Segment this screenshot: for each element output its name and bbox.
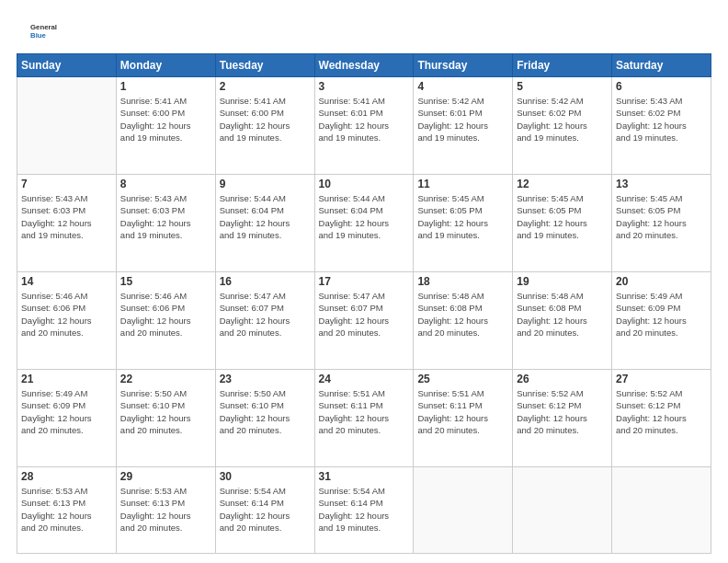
calendar-cell: 13Sunrise: 5:45 AM Sunset: 6:05 PM Dayli… (612, 175, 711, 272)
day-info: Sunrise: 5:48 AM Sunset: 6:08 PM Dayligh… (517, 290, 608, 339)
calendar-cell: 29Sunrise: 5:53 AM Sunset: 6:13 PM Dayli… (116, 467, 215, 554)
calendar-cell: 15Sunrise: 5:46 AM Sunset: 6:06 PM Dayli… (116, 272, 215, 370)
day-number: 19 (517, 275, 608, 288)
calendar-cell: 24Sunrise: 5:51 AM Sunset: 6:11 PM Dayli… (314, 370, 414, 467)
week-row-2: 14Sunrise: 5:46 AM Sunset: 6:06 PM Dayli… (17, 272, 711, 370)
day-info: Sunrise: 5:41 AM Sunset: 6:00 PM Dayligh… (220, 95, 311, 144)
calendar-cell: 20Sunrise: 5:49 AM Sunset: 6:09 PM Dayli… (612, 272, 711, 370)
calendar-cell: 2Sunrise: 5:41 AM Sunset: 6:00 PM Daylig… (215, 77, 314, 175)
day-info: Sunrise: 5:52 AM Sunset: 6:12 PM Dayligh… (517, 387, 608, 436)
calendar-cell: 25Sunrise: 5:51 AM Sunset: 6:11 PM Dayli… (414, 370, 513, 467)
day-info: Sunrise: 5:52 AM Sunset: 6:12 PM Dayligh… (616, 387, 707, 436)
day-number: 13 (616, 178, 707, 190)
day-info: Sunrise: 5:45 AM Sunset: 6:05 PM Dayligh… (517, 192, 608, 241)
calendar-cell: 19Sunrise: 5:48 AM Sunset: 6:08 PM Dayli… (513, 272, 612, 370)
day-number: 30 (220, 470, 311, 483)
weekday-header-friday: Friday (513, 54, 612, 77)
day-number: 10 (319, 178, 410, 190)
weekday-header-saturday: Saturday (612, 54, 711, 77)
calendar-cell: 18Sunrise: 5:48 AM Sunset: 6:08 PM Dayli… (414, 272, 513, 370)
weekday-header-monday: Monday (116, 54, 215, 77)
day-info: Sunrise: 5:42 AM Sunset: 6:01 PM Dayligh… (417, 95, 508, 144)
day-number: 12 (517, 178, 608, 190)
day-number: 7 (21, 178, 112, 190)
day-info: Sunrise: 5:49 AM Sunset: 6:09 PM Dayligh… (616, 290, 707, 339)
day-number: 25 (417, 373, 508, 385)
calendar-cell: 5Sunrise: 5:42 AM Sunset: 6:02 PM Daylig… (513, 77, 612, 175)
week-row-3: 21Sunrise: 5:49 AM Sunset: 6:09 PM Dayli… (17, 370, 711, 467)
svg-text:Blue: Blue (30, 31, 47, 40)
calendar-cell: 8Sunrise: 5:43 AM Sunset: 6:03 PM Daylig… (116, 175, 215, 272)
day-info: Sunrise: 5:49 AM Sunset: 6:09 PM Dayligh… (21, 387, 112, 436)
calendar-cell (513, 467, 612, 554)
day-info: Sunrise: 5:45 AM Sunset: 6:05 PM Dayligh… (616, 192, 707, 241)
calendar-body: 1Sunrise: 5:41 AM Sunset: 6:00 PM Daylig… (17, 77, 711, 554)
calendar-cell (612, 467, 711, 554)
calendar-cell: 6Sunrise: 5:43 AM Sunset: 6:02 PM Daylig… (612, 77, 711, 175)
header: General Blue (17, 17, 711, 44)
day-info: Sunrise: 5:44 AM Sunset: 6:04 PM Dayligh… (220, 192, 311, 241)
calendar-cell: 10Sunrise: 5:44 AM Sunset: 6:04 PM Dayli… (314, 175, 414, 272)
logo: General Blue (17, 17, 72, 44)
calendar-cell: 31Sunrise: 5:54 AM Sunset: 6:14 PM Dayli… (314, 467, 414, 554)
day-number: 24 (319, 373, 410, 385)
day-info: Sunrise: 5:42 AM Sunset: 6:02 PM Dayligh… (517, 95, 608, 144)
day-info: Sunrise: 5:51 AM Sunset: 6:11 PM Dayligh… (417, 387, 508, 436)
day-number: 23 (220, 373, 311, 385)
day-number: 22 (120, 373, 211, 385)
calendar-cell: 26Sunrise: 5:52 AM Sunset: 6:12 PM Dayli… (513, 370, 612, 467)
day-number: 9 (220, 178, 311, 190)
day-info: Sunrise: 5:50 AM Sunset: 6:10 PM Dayligh… (220, 387, 311, 436)
day-info: Sunrise: 5:41 AM Sunset: 6:01 PM Dayligh… (319, 95, 410, 144)
calendar-cell: 11Sunrise: 5:45 AM Sunset: 6:05 PM Dayli… (414, 175, 513, 272)
calendar-cell (414, 467, 513, 554)
logo-icon: General Blue (17, 17, 72, 44)
week-row-4: 28Sunrise: 5:53 AM Sunset: 6:13 PM Dayli… (17, 467, 711, 554)
day-info: Sunrise: 5:53 AM Sunset: 6:13 PM Dayligh… (21, 485, 112, 534)
day-number: 15 (120, 275, 211, 288)
page: General Blue SundayMondayTuesdayWednesda… (0, 0, 728, 563)
day-number: 18 (417, 275, 508, 288)
day-number: 20 (616, 275, 707, 288)
day-number: 5 (517, 80, 608, 93)
weekday-header-wednesday: Wednesday (314, 54, 414, 77)
day-number: 29 (120, 470, 211, 483)
day-info: Sunrise: 5:54 AM Sunset: 6:14 PM Dayligh… (319, 485, 410, 534)
day-number: 2 (220, 80, 311, 93)
day-number: 17 (319, 275, 410, 288)
day-number: 21 (21, 373, 112, 385)
day-info: Sunrise: 5:46 AM Sunset: 6:06 PM Dayligh… (21, 290, 112, 339)
day-number: 6 (616, 80, 707, 93)
calendar-cell: 21Sunrise: 5:49 AM Sunset: 6:09 PM Dayli… (17, 370, 117, 467)
calendar-cell: 14Sunrise: 5:46 AM Sunset: 6:06 PM Dayli… (17, 272, 117, 370)
calendar-cell: 17Sunrise: 5:47 AM Sunset: 6:07 PM Dayli… (314, 272, 414, 370)
calendar-cell (17, 77, 117, 175)
day-info: Sunrise: 5:53 AM Sunset: 6:13 PM Dayligh… (120, 485, 211, 534)
day-number: 27 (616, 373, 707, 385)
day-info: Sunrise: 5:48 AM Sunset: 6:08 PM Dayligh… (417, 290, 508, 339)
day-number: 4 (417, 80, 508, 93)
day-number: 3 (319, 80, 410, 93)
day-info: Sunrise: 5:54 AM Sunset: 6:14 PM Dayligh… (220, 485, 311, 534)
day-info: Sunrise: 5:44 AM Sunset: 6:04 PM Dayligh… (319, 192, 410, 241)
day-number: 31 (319, 470, 410, 483)
calendar-cell: 4Sunrise: 5:42 AM Sunset: 6:01 PM Daylig… (414, 77, 513, 175)
weekday-header-thursday: Thursday (414, 54, 513, 77)
calendar-cell: 3Sunrise: 5:41 AM Sunset: 6:01 PM Daylig… (314, 77, 414, 175)
day-info: Sunrise: 5:41 AM Sunset: 6:00 PM Dayligh… (120, 95, 211, 144)
day-info: Sunrise: 5:43 AM Sunset: 6:02 PM Dayligh… (616, 95, 707, 144)
day-number: 8 (120, 178, 211, 190)
day-info: Sunrise: 5:46 AM Sunset: 6:06 PM Dayligh… (120, 290, 211, 339)
day-info: Sunrise: 5:43 AM Sunset: 6:03 PM Dayligh… (120, 192, 211, 241)
calendar-cell: 28Sunrise: 5:53 AM Sunset: 6:13 PM Dayli… (17, 467, 117, 554)
day-number: 1 (120, 80, 211, 93)
day-info: Sunrise: 5:43 AM Sunset: 6:03 PM Dayligh… (21, 192, 112, 241)
weekday-row: SundayMondayTuesdayWednesdayThursdayFrid… (17, 54, 711, 77)
calendar-cell: 22Sunrise: 5:50 AM Sunset: 6:10 PM Dayli… (116, 370, 215, 467)
calendar-cell: 1Sunrise: 5:41 AM Sunset: 6:00 PM Daylig… (116, 77, 215, 175)
calendar-cell: 9Sunrise: 5:44 AM Sunset: 6:04 PM Daylig… (215, 175, 314, 272)
day-number: 26 (517, 373, 608, 385)
calendar-cell: 27Sunrise: 5:52 AM Sunset: 6:12 PM Dayli… (612, 370, 711, 467)
weekday-header-tuesday: Tuesday (215, 54, 314, 77)
calendar: SundayMondayTuesdayWednesdayThursdayFrid… (17, 53, 711, 554)
